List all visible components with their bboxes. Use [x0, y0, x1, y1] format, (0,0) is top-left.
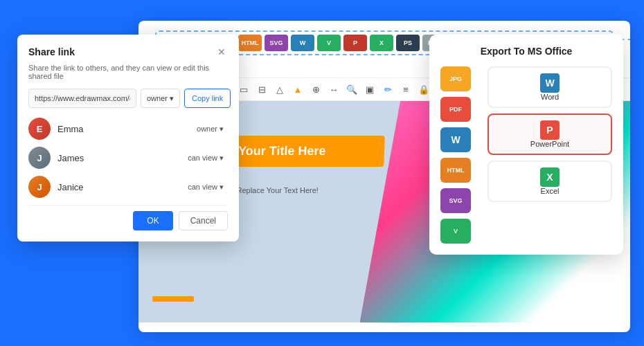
avatar-james: J: [28, 147, 51, 169]
user-row-james: J James can view ▾: [28, 147, 228, 169]
tool-arrow[interactable]: ↔: [327, 82, 341, 96]
badge-xls[interactable]: X: [370, 35, 393, 51]
export-options: W Word P PowerPoint X Excel: [488, 66, 612, 202]
badge-vsdx[interactable]: V: [317, 35, 341, 51]
badge-svg[interactable]: SVG: [265, 35, 288, 51]
tool-link[interactable]: ⊕: [309, 82, 323, 96]
avatar-emma: E: [28, 118, 51, 140]
canvas-accent-bar: [152, 296, 194, 302]
export-badge-pdf[interactable]: PDF: [440, 97, 471, 122]
export-panel: Export To MS Office JPG PDF W HTML SVG V…: [429, 35, 623, 255]
badge-ps[interactable]: PS: [396, 35, 420, 51]
user-row-janice: J Janice can view ▾: [28, 176, 228, 198]
export-badge-html[interactable]: HTML: [440, 158, 471, 183]
link-row: owner ▾ Copy link: [28, 89, 228, 108]
export-option-word[interactable]: W Word: [488, 66, 612, 108]
role-dropdown-janice[interactable]: can view ▾: [184, 181, 228, 193]
owner-dropdown[interactable]: owner ▾: [141, 89, 180, 108]
tool-color[interactable]: ▲: [291, 82, 305, 96]
export-label-word: Word: [541, 93, 559, 101]
export-sidebar: JPG PDF W HTML SVG V: [440, 66, 479, 244]
badge-html[interactable]: HTML: [238, 35, 262, 51]
user-row-emma: E Emma owner ▾: [28, 118, 228, 140]
avatar-janice: J: [28, 176, 51, 198]
export-grid: JPG PDF W HTML SVG V W Word P PowerPoint…: [440, 66, 612, 244]
export-badge-jpg[interactable]: JPG: [440, 66, 471, 91]
ok-button[interactable]: OK: [133, 211, 172, 230]
modal-title: Share link: [28, 46, 75, 57]
powerpoint-icon: P: [540, 120, 560, 140]
export-label-powerpoint: PowerPoint: [530, 140, 569, 148]
user-name-janice: Janice: [57, 182, 177, 192]
tool-shape5[interactable]: ⊟: [255, 82, 269, 96]
export-label-excel: Excel: [541, 187, 560, 195]
user-name-emma: Emma: [57, 124, 186, 134]
role-dropdown-james[interactable]: can view ▾: [184, 152, 228, 164]
link-input[interactable]: [28, 89, 136, 108]
export-option-excel[interactable]: X Excel: [488, 161, 612, 202]
close-icon[interactable]: ✕: [215, 46, 228, 58]
tool-shape4[interactable]: ▭: [237, 82, 251, 96]
role-dropdown-emma[interactable]: owner ▾: [193, 123, 228, 135]
tool-zoom[interactable]: 🔍: [345, 82, 359, 96]
badge-ppt[interactable]: P: [343, 35, 367, 51]
share-modal: Share link ✕ Share the link to others, a…: [17, 35, 239, 242]
export-badge-svg[interactable]: SVG: [440, 188, 471, 213]
export-title: Export To MS Office: [440, 46, 612, 57]
modal-header: Share link ✕: [28, 46, 228, 58]
export-badge-v[interactable]: V: [440, 219, 471, 244]
user-name-james: James: [57, 153, 177, 163]
tool-lines[interactable]: ≡: [399, 82, 413, 96]
copy-link-button[interactable]: Copy link: [184, 89, 231, 108]
tool-shape6[interactable]: △: [273, 82, 287, 96]
modal-actions: OK Cancel: [28, 205, 228, 230]
export-badge-word[interactable]: W: [440, 127, 471, 152]
badge-word[interactable]: W: [291, 35, 314, 51]
tool-lock[interactable]: 🔒: [417, 82, 431, 96]
tool-frame[interactable]: ▣: [363, 82, 377, 96]
export-option-powerpoint[interactable]: P PowerPoint: [488, 113, 612, 155]
word-icon: W: [540, 73, 560, 93]
tool-pen[interactable]: ✏: [381, 82, 395, 96]
modal-description: Share the link to others, and they can v…: [28, 64, 228, 80]
excel-icon: X: [540, 167, 560, 187]
cancel-button[interactable]: Cancel: [179, 211, 228, 230]
